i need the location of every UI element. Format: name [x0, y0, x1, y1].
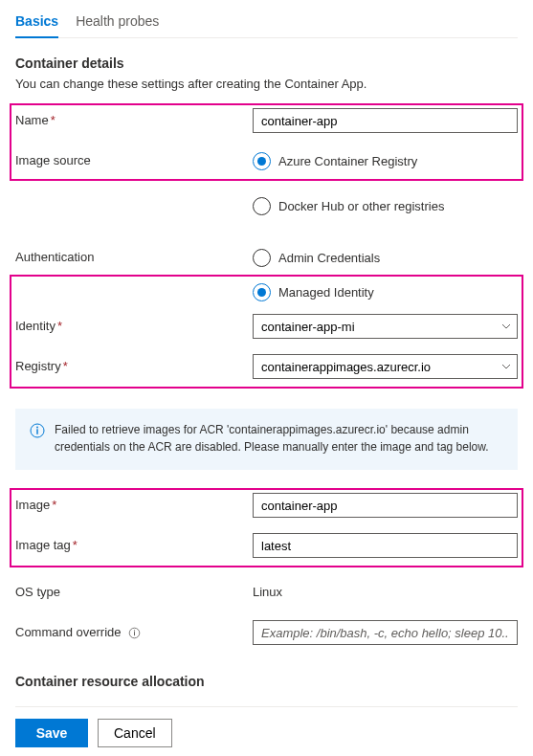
info-message-box: Failed to retrieve images for ACR 'conta… [15, 409, 518, 470]
label-image: Image* [15, 493, 253, 512]
radio-azure-container-registry[interactable]: Azure Container Registry [253, 148, 518, 173]
cancel-button[interactable]: Cancel [98, 719, 172, 747]
svg-rect-5 [134, 632, 135, 635]
label-identity: Identity* [15, 314, 253, 333]
radio-circle-icon [253, 197, 271, 215]
tabs-bar: Basics Health probes [15, 0, 518, 38]
section-description: You can change these settings after crea… [15, 77, 518, 91]
label-name: Name* [15, 108, 253, 127]
highlight-image-tag: Image* Image tag* [11, 489, 522, 567]
tab-basics[interactable]: Basics [15, 10, 58, 38]
label-command-override: Command override [15, 620, 253, 639]
label-os-type: OS type [15, 580, 253, 599]
highlight-name-imagesource: Name* Image source Azure Container Regis… [11, 104, 522, 180]
radio-circle-icon [253, 152, 271, 170]
name-input[interactable] [253, 108, 518, 133]
section-heading-container-details: Container details [15, 56, 518, 71]
radio-label: Azure Container Registry [278, 154, 417, 168]
tab-health-probes[interactable]: Health probes [76, 10, 159, 38]
svg-point-4 [134, 630, 135, 631]
radio-label: Docker Hub or other registries [278, 199, 444, 213]
footer-bar: Save Cancel [15, 707, 518, 747]
radio-circle-icon [253, 249, 271, 267]
label-image-tag: Image tag* [15, 533, 253, 552]
info-icon [30, 423, 45, 456]
radio-docker-hub[interactable]: Docker Hub or other registries [253, 193, 518, 218]
radio-managed-identity[interactable]: Managed Identity [253, 279, 518, 304]
section-heading-resource-allocation: Container resource allocation [15, 674, 518, 689]
label-image-source: Image source [15, 148, 253, 167]
svg-rect-2 [36, 429, 37, 434]
image-tag-input[interactable] [253, 533, 518, 558]
radio-circle-icon [253, 283, 271, 301]
registry-select[interactable] [253, 354, 518, 379]
svg-point-1 [36, 427, 38, 429]
info-message-text: Failed to retrieve images for ACR 'conta… [55, 421, 503, 456]
radio-label: Admin Credentials [278, 251, 380, 265]
os-type-value: Linux [253, 580, 518, 599]
radio-admin-credentials[interactable]: Admin Credentials [253, 245, 518, 270]
label-registry: Registry* [15, 354, 253, 373]
save-button[interactable]: Save [15, 719, 88, 747]
radio-label: Managed Identity [278, 285, 374, 300]
highlight-auth-identity-registry: Managed Identity Identity* Registry* [11, 276, 522, 388]
command-override-input[interactable] [253, 620, 518, 645]
identity-select[interactable] [253, 314, 518, 339]
image-input[interactable] [253, 493, 518, 518]
label-authentication: Authentication [15, 245, 253, 264]
info-icon[interactable] [128, 627, 141, 639]
